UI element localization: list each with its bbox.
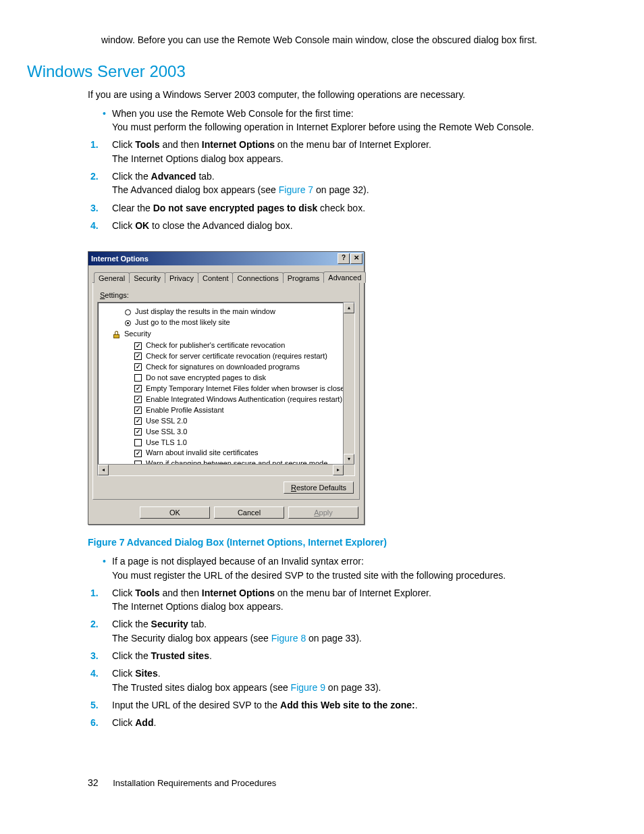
tab-programs[interactable]: Programs bbox=[283, 272, 325, 283]
checkbox-option[interactable]: Check for publisher's certificate revoca… bbox=[102, 340, 352, 351]
step-number: 2. bbox=[90, 170, 99, 183]
radio-option[interactable]: Just go to the most likely site bbox=[102, 317, 352, 328]
checkbox-option[interactable]: Check for server certificate revocation … bbox=[102, 351, 352, 362]
step-item: 1. Click Tools and then Internet Options… bbox=[86, 586, 603, 614]
dialog-titlebar: Internet Options ? ✕ bbox=[88, 252, 364, 265]
scroll-down-icon[interactable]: ▾ bbox=[344, 454, 354, 465]
checkbox-option[interactable]: Enable Integrated Windows Authentication… bbox=[102, 394, 352, 405]
option-label: Empty Temporary Internet Files folder wh… bbox=[146, 384, 349, 394]
text: on page 32). bbox=[313, 184, 369, 195]
option-label: Enable Integrated Windows Authentication… bbox=[146, 394, 342, 405]
bullet-item: If a page is not displayed because of an… bbox=[103, 554, 603, 582]
step-item: 2. Click the Advanced tab. The Advanced … bbox=[86, 170, 603, 197]
section-heading: Windows Server 2003 bbox=[27, 62, 603, 81]
bold-text: Tools bbox=[135, 139, 159, 150]
restore-defaults-button[interactable]: Restore Defaults bbox=[284, 481, 354, 494]
checkbox-empty-icon bbox=[134, 374, 142, 382]
step-item: 3. Clear the Do not save encrypted pages… bbox=[86, 201, 603, 215]
xref-link[interactable]: Figure 9 bbox=[291, 682, 325, 693]
checkbox-checked-icon bbox=[134, 407, 142, 414]
radio-option[interactable]: Just display the results in the main win… bbox=[102, 307, 352, 317]
step-number: 3. bbox=[90, 649, 99, 662]
xref-link[interactable]: Figure 7 bbox=[279, 184, 313, 195]
text: Click the bbox=[112, 650, 151, 661]
tab-connections[interactable]: Connections bbox=[232, 272, 283, 283]
text: Click bbox=[112, 220, 135, 231]
internet-options-dialog: Internet Options ? ✕ General Security Pr… bbox=[88, 251, 365, 525]
label-rest: pply bbox=[319, 509, 333, 517]
option-label: Just go to the most likely site bbox=[135, 317, 230, 328]
text: and then bbox=[160, 588, 202, 598]
text: to close the Advanced dialog box. bbox=[149, 220, 292, 231]
xref-link[interactable]: Figure 8 bbox=[271, 633, 306, 644]
radio-filled-icon bbox=[125, 320, 131, 326]
text: check box. bbox=[317, 203, 365, 213]
step-item: 5. Input the URL of the desired SVP to t… bbox=[86, 698, 603, 712]
bold-text: OK bbox=[135, 220, 149, 231]
scroll-corner bbox=[344, 465, 354, 475]
step-item: 4. Click OK to close the Advanced dialog… bbox=[86, 219, 603, 232]
advanced-panel: Settings: Just display the results in th… bbox=[92, 283, 360, 500]
checkbox-option[interactable]: Warn about invalid site certificates bbox=[102, 448, 352, 459]
scroll-right-icon[interactable]: ▸ bbox=[333, 465, 344, 475]
checkbox-option[interactable]: Use TLS 1.0 bbox=[102, 438, 352, 448]
checkbox-option[interactable]: Use SSL 3.0 bbox=[102, 427, 352, 438]
scroll-left-icon[interactable]: ◂ bbox=[98, 465, 109, 475]
bold-text: Sites bbox=[135, 668, 157, 679]
option-label: Warn about invalid site certificates bbox=[146, 448, 259, 459]
tab-security[interactable]: Security bbox=[129, 272, 165, 283]
vertical-scrollbar[interactable]: ▴▾ bbox=[343, 303, 354, 465]
tab-general[interactable]: General bbox=[94, 272, 130, 283]
bullet-line1: If a page is not displayed because of an… bbox=[112, 556, 364, 567]
text: Click bbox=[112, 139, 135, 150]
checkbox-checked-icon bbox=[134, 428, 142, 436]
checkbox-checked-icon bbox=[134, 396, 142, 403]
tab-content[interactable]: Content bbox=[198, 272, 234, 283]
close-button[interactable]: ✕ bbox=[350, 253, 363, 264]
option-label: Check for publisher's certificate revoca… bbox=[146, 340, 285, 351]
page-number: 32 bbox=[88, 777, 99, 788]
tabs-row: General Security Privacy Content Connect… bbox=[92, 271, 360, 283]
checkbox-option[interactable]: Enable Profile Assistant bbox=[102, 405, 352, 416]
apply-button[interactable]: Apply bbox=[288, 506, 358, 519]
tab-advanced[interactable]: Advanced bbox=[323, 271, 366, 283]
checkbox-option[interactable]: Check for signatures on downloaded progr… bbox=[102, 362, 352, 373]
step-number: 4. bbox=[90, 667, 99, 680]
bold-text: Add bbox=[135, 717, 153, 728]
checkbox-checked-icon bbox=[134, 417, 142, 425]
text: The Internet Options dialog box appears. bbox=[112, 601, 284, 612]
step-item: 4. Click Sites. The Trusted sites dialog… bbox=[86, 667, 603, 694]
text: Click bbox=[112, 668, 135, 679]
checkbox-option[interactable]: Empty Temporary Internet Files folder wh… bbox=[102, 384, 352, 394]
step-number: 3. bbox=[90, 201, 99, 215]
checkbox-option[interactable]: Use SSL 2.0 bbox=[102, 416, 352, 427]
step-number: 4. bbox=[90, 219, 99, 232]
scroll-up-icon[interactable]: ▴ bbox=[344, 303, 354, 313]
help-button[interactable]: ? bbox=[338, 253, 350, 264]
horizontal-scrollbar[interactable]: ◂▸ bbox=[98, 464, 354, 475]
checkbox-option[interactable]: Do not save encrypted pages to disk bbox=[102, 373, 352, 384]
text: The Internet Options dialog box appears. bbox=[112, 153, 284, 164]
tab-privacy[interactable]: Privacy bbox=[165, 272, 198, 283]
ok-button[interactable]: OK bbox=[140, 506, 210, 519]
step-item: 2. Click the Security tab. The Security … bbox=[86, 617, 603, 645]
text: Clear the bbox=[112, 203, 153, 213]
text: The Advanced dialog box appears (see bbox=[112, 184, 279, 195]
footer-text: Installation Requirements and Procedures bbox=[113, 778, 276, 788]
text: The Security dialog box appears (see bbox=[112, 633, 271, 644]
intro-paragraph: window. Before you can use the Remote We… bbox=[101, 34, 603, 47]
bold-text: Trusted sites bbox=[151, 650, 209, 661]
text: The Trusted sites dialog box appears (se… bbox=[112, 682, 291, 693]
text: . bbox=[153, 717, 156, 728]
cancel-button[interactable]: Cancel bbox=[214, 506, 284, 519]
option-label: Use SSL 2.0 bbox=[146, 416, 187, 427]
text: on the menu bar of Internet Explorer. bbox=[275, 139, 431, 150]
text: on page 33). bbox=[306, 633, 362, 644]
text: . bbox=[415, 700, 418, 710]
step-item: 6. Click Add. bbox=[86, 716, 603, 729]
bold-text: Advanced bbox=[151, 171, 196, 182]
text: tab. bbox=[188, 619, 207, 629]
bullet-line1: When you use the Remote Web Console for … bbox=[112, 108, 354, 119]
underline-char: A bbox=[314, 509, 319, 517]
settings-listbox[interactable]: Just display the results in the main win… bbox=[97, 302, 355, 476]
